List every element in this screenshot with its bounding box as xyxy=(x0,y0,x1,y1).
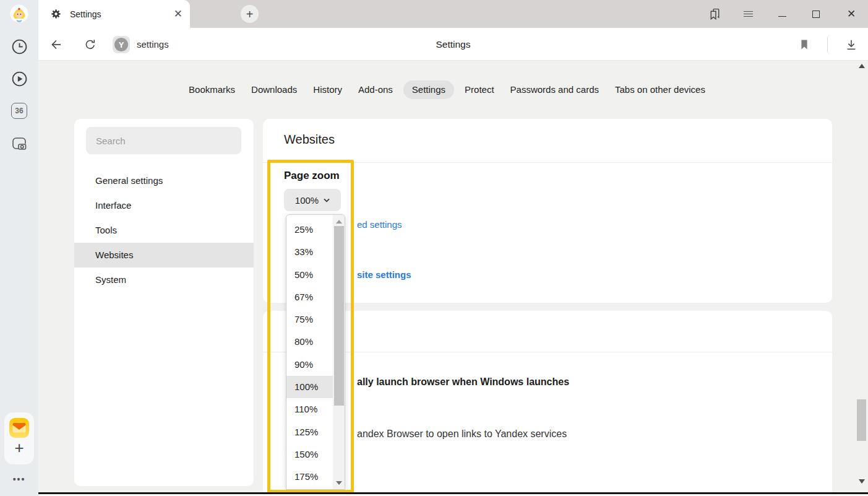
scroll-down-arrow[interactable] xyxy=(859,479,865,484)
zoom-option-50[interactable]: 50% xyxy=(286,264,333,286)
site-favicon: Y xyxy=(113,36,130,53)
new-tab-button[interactable]: + xyxy=(241,5,259,23)
tab-settings[interactable]: Settings ✕ xyxy=(38,0,190,28)
zoom-option-25[interactable]: 25% xyxy=(286,219,333,241)
page-zoom-dropdown: 25% 33% 50% 67% 75% 80% 90% 100% 110% 12… xyxy=(286,214,345,490)
downloads-icon[interactable] xyxy=(839,28,864,61)
tab-settings-active[interactable]: Settings xyxy=(403,80,454,99)
zoom-option-67[interactable]: 67% xyxy=(286,286,333,308)
reload-icon[interactable] xyxy=(78,28,103,61)
tab-protect[interactable]: Protect xyxy=(459,80,500,99)
tab-passwords[interactable]: Passwords and cards xyxy=(505,80,604,99)
minimize-button[interactable] xyxy=(770,0,794,28)
settings-page-tabs: Bookmarks Downloads History Add-ons Sett… xyxy=(38,80,856,99)
advanced-settings-link-fragment[interactable]: ed settings xyxy=(357,219,402,230)
more-options-icon[interactable]: ••• xyxy=(0,474,38,484)
websites-heading: Websites xyxy=(284,133,335,147)
zoom-option-175[interactable]: 175% xyxy=(286,466,333,488)
toolbar-separator xyxy=(827,37,828,53)
plus-icon: + xyxy=(14,440,24,456)
tab-history[interactable]: History xyxy=(307,80,348,99)
gear-icon xyxy=(51,9,61,19)
divider xyxy=(263,352,832,352)
video-icon[interactable] xyxy=(0,71,38,87)
side-panel-icon[interactable] xyxy=(702,0,727,28)
browser-window: Settings ✕ + ✕ Settings Y settings xyxy=(0,0,868,496)
dropdown-options: 25% 33% 50% 67% 75% 80% 90% 100% 110% 12… xyxy=(286,219,333,489)
zoom-option-150[interactable]: 150% xyxy=(286,443,333,466)
zoom-option-80[interactable]: 80% xyxy=(286,331,333,353)
pinned-apps-panel: + xyxy=(4,412,34,464)
nav-tools[interactable]: Tools xyxy=(74,218,254,243)
profile-avatar[interactable] xyxy=(0,4,38,23)
page-zoom-select[interactable]: 100% xyxy=(284,189,341,211)
nav-websites[interactable]: Websites xyxy=(74,243,254,268)
screenshot-icon[interactable] xyxy=(0,135,38,152)
tab-bookmarks[interactable]: Bookmarks xyxy=(183,80,241,99)
tab-addons[interactable]: Add-ons xyxy=(353,80,398,99)
tab-close-icon[interactable]: ✕ xyxy=(174,0,183,28)
window-scrollbar-thumb[interactable] xyxy=(857,399,866,441)
address-text[interactable]: settings xyxy=(137,28,169,61)
zoom-option-100-selected[interactable]: 100% xyxy=(286,376,333,398)
menu-icon[interactable] xyxy=(736,0,760,28)
scroll-up-arrow[interactable] xyxy=(859,64,865,68)
dropdown-scroll-down-icon[interactable] xyxy=(336,481,342,485)
zoom-option-33[interactable]: 33% xyxy=(286,241,333,263)
zoom-option-110[interactable]: 110% xyxy=(286,398,333,420)
nav-system[interactable]: System xyxy=(74,268,254,292)
dropdown-scrollbar-thumb[interactable] xyxy=(334,226,344,406)
divider xyxy=(263,162,832,163)
bookmark-icon[interactable] xyxy=(792,28,817,61)
settings-search-input[interactable] xyxy=(86,127,241,154)
browser-side-rail: 36 + xyxy=(0,0,38,496)
page-zoom-label: Page zoom xyxy=(284,170,340,182)
add-shortcut-button[interactable]: + xyxy=(0,440,38,456)
tab-title: Settings xyxy=(70,9,101,19)
zoom-option-90[interactable]: 90% xyxy=(286,354,333,376)
weather-badge[interactable]: 36 xyxy=(0,103,38,119)
tab-other-devices[interactable]: Tabs on other devices xyxy=(609,80,711,99)
yandex-favicon-letter: Y xyxy=(114,38,128,51)
yandex-links-setting-text-fragment: andex Browser to open links to Yandex se… xyxy=(357,429,567,440)
zoom-option-125[interactable]: 125% xyxy=(286,421,333,443)
nav-interface[interactable]: Interface xyxy=(74,193,254,218)
dropdown-scroll-up-icon[interactable] xyxy=(336,220,342,224)
tab-downloads[interactable]: Downloads xyxy=(246,80,303,99)
site-settings-link-fragment[interactable]: site settings xyxy=(357,269,411,280)
maximize-button[interactable] xyxy=(804,0,828,28)
back-icon[interactable] xyxy=(44,28,69,61)
websites-card xyxy=(263,119,832,303)
chevron-down-icon xyxy=(324,198,330,202)
close-window-button[interactable]: ✕ xyxy=(839,0,864,28)
launch-setting-text-fragment: ally launch browser when Windows launche… xyxy=(357,376,569,388)
nav-general-settings[interactable]: General settings xyxy=(74,168,254,193)
yandex-mail-icon[interactable] xyxy=(0,417,38,438)
page-zoom-value: 100% xyxy=(295,195,319,206)
history-icon[interactable] xyxy=(0,38,38,55)
system-card xyxy=(263,311,832,492)
zoom-option-75[interactable]: 75% xyxy=(286,308,333,331)
